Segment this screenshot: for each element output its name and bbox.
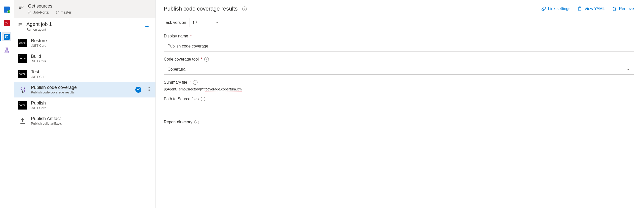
- boards-icon: [4, 7, 10, 13]
- required-marker: *: [189, 80, 191, 85]
- svg-point-15: [148, 90, 149, 91]
- svg-point-0: [6, 22, 6, 23]
- coverage-tool-value: Cobertura: [168, 67, 185, 72]
- svg-rect-7: [19, 24, 22, 24]
- task-subtitle: Publish code coverage results: [31, 90, 131, 94]
- task-subtitle: .NET Core: [31, 75, 151, 79]
- svg-point-6: [58, 11, 59, 12]
- svg-point-14: [149, 89, 150, 90]
- task-more-button[interactable]: [145, 86, 151, 93]
- dotnet-icon: dotnet: [18, 54, 27, 63]
- upload-icon: [18, 117, 27, 125]
- link-settings-button[interactable]: Link settings: [541, 6, 571, 11]
- task-enabled-badge: [135, 87, 141, 93]
- add-task-button[interactable]: +: [143, 23, 151, 30]
- task-item-restore[interactable]: dotnetRestore.NET Core: [14, 35, 155, 51]
- pipelines-icon: [4, 34, 10, 40]
- chevron-down-icon: [215, 21, 219, 24]
- repo-meta: Job-Portal: [28, 10, 49, 14]
- task-title: Restore: [31, 38, 151, 43]
- trash-icon: [612, 6, 617, 11]
- source-path-info-icon[interactable]: i: [201, 97, 205, 101]
- svg-point-16: [149, 90, 150, 91]
- svg-rect-17: [20, 123, 25, 124]
- coverage-tool-label: Code coverage tool: [164, 57, 199, 62]
- dotnet-icon: dotnet: [18, 39, 27, 47]
- display-name-label: Display name: [164, 34, 188, 38]
- nav-repos[interactable]: [2, 19, 11, 28]
- svg-point-2: [7, 23, 8, 24]
- summary-file-value-err: coverage.cobertura.xml: [206, 87, 243, 91]
- task-subtitle: .NET Core: [31, 44, 151, 47]
- report-dir-label: Report directory: [164, 120, 192, 124]
- nav-test-plans[interactable]: [2, 46, 11, 55]
- view-yaml-button[interactable]: View YAML: [577, 6, 605, 11]
- task-title: Publish code coverage: [31, 85, 131, 90]
- code-coverage-icon: [18, 85, 27, 94]
- test-plans-icon: [4, 47, 10, 54]
- source-path-label: Path to Source files: [164, 97, 199, 101]
- svg-point-4: [56, 11, 57, 12]
- nav-overview[interactable]: [2, 5, 11, 14]
- nav-rail: [0, 0, 14, 208]
- task-item-publish-code-coverage[interactable]: Publish code coveragePublish code covera…: [14, 82, 155, 97]
- agent-job-subtitle: Run on agent: [26, 28, 52, 31]
- dotnet-icon: dotnet: [18, 70, 27, 78]
- branch-name: master: [61, 10, 71, 14]
- agent-icon: [18, 23, 22, 28]
- task-item-test[interactable]: dotnetTest.NET Core: [14, 66, 155, 82]
- task-item-build[interactable]: dotnetBuild.NET Core: [14, 51, 155, 66]
- branch-icon: [55, 11, 59, 14]
- summary-file-input[interactable]: $(Agent.TempDirectory)/**/coverage.cober…: [164, 87, 634, 91]
- task-title: Build: [31, 54, 151, 59]
- display-name-input[interactable]: [164, 41, 634, 51]
- summary-file-label: Summary file: [164, 80, 187, 85]
- view-yaml-label: View YAML: [584, 7, 605, 11]
- summary-file-info-icon[interactable]: i: [193, 80, 197, 85]
- required-marker: *: [190, 34, 192, 38]
- task-version-select[interactable]: 1.*: [189, 18, 222, 27]
- coverage-tool-select[interactable]: Cobertura: [164, 64, 634, 75]
- heading-info-icon[interactable]: i: [242, 7, 247, 11]
- sources-icon: [18, 5, 24, 11]
- link-icon: [541, 6, 546, 11]
- task-item-publish-artifact[interactable]: Publish ArtifactPublish build artifacts: [14, 113, 155, 129]
- coverage-tool-info-icon[interactable]: i: [204, 57, 209, 62]
- svg-point-11: [148, 87, 149, 88]
- repo-icon: [28, 11, 32, 14]
- detail-panel: Publish code coverage results i Link set…: [156, 0, 644, 208]
- svg-rect-3: [28, 12, 29, 13]
- nav-pipelines[interactable]: [2, 32, 11, 41]
- svg-point-12: [149, 87, 150, 88]
- agent-job-title: Agent job 1: [26, 21, 52, 27]
- task-subtitle: .NET Core: [31, 106, 151, 110]
- link-settings-label: Link settings: [548, 7, 571, 11]
- chevron-down-icon: [626, 67, 630, 71]
- task-list: dotnetRestore.NET CoredotnetBuild.NET Co…: [14, 35, 155, 129]
- required-marker: *: [201, 57, 202, 62]
- task-title: Test: [31, 69, 151, 75]
- remove-label: Remove: [619, 7, 634, 11]
- task-subtitle: Publish build artifacts: [31, 122, 151, 125]
- task-title: Publish Artifact: [31, 116, 151, 121]
- source-path-input[interactable]: [164, 104, 634, 114]
- task-version-label: Task version: [164, 20, 186, 25]
- task-title: Publish: [31, 100, 151, 106]
- report-dir-info-icon[interactable]: i: [194, 120, 199, 124]
- get-sources-title: Get sources: [28, 4, 151, 9]
- repo-name: Job-Portal: [33, 10, 49, 14]
- svg-point-13: [148, 89, 149, 90]
- summary-file-value-plain: $(Agent.TempDirectory)/**/: [164, 87, 206, 91]
- svg-point-10: [19, 25, 19, 26]
- agent-job-header[interactable]: Agent job 1 Run on agent +: [14, 18, 155, 35]
- get-sources-row[interactable]: Get sources Job-Portal master: [14, 0, 155, 18]
- task-version-value: 1.*: [192, 20, 197, 25]
- svg-rect-8: [19, 25, 22, 26]
- remove-button[interactable]: Remove: [612, 6, 634, 11]
- pipeline-panel: Get sources Job-Portal master Agent job …: [14, 0, 156, 208]
- clipboard-icon: [577, 6, 582, 11]
- task-subtitle: .NET Core: [31, 59, 151, 63]
- task-item-publish[interactable]: dotnetPublish.NET Core: [14, 97, 155, 113]
- svg-point-1: [6, 24, 6, 24]
- branch-meta: master: [55, 10, 71, 14]
